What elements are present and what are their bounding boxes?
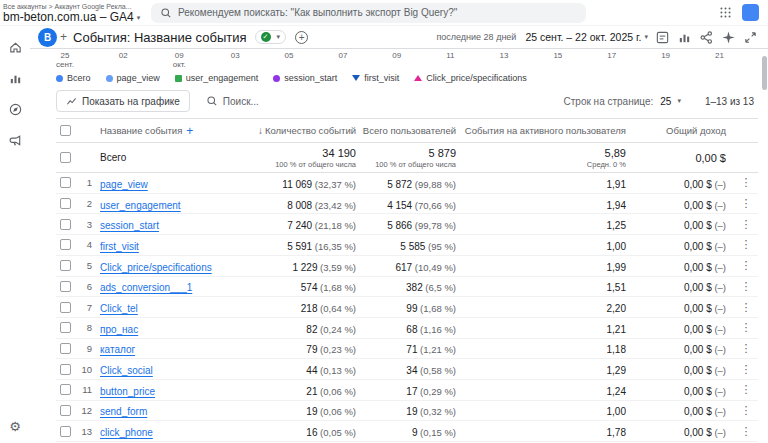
row-menu-button[interactable]: ⋮ xyxy=(734,238,758,251)
legend-item[interactable]: first_visit xyxy=(352,73,399,83)
row-checkbox[interactable] xyxy=(60,364,71,375)
axis-tick-label: 13 xyxy=(500,52,509,68)
row-checkbox[interactable] xyxy=(60,384,71,395)
row-checkbox[interactable] xyxy=(60,239,71,250)
event-name-link[interactable]: first_visit xyxy=(100,241,139,252)
row-checkbox[interactable] xyxy=(60,405,71,416)
property-selector[interactable]: bm-beton.com.ua – GA4 ▾ xyxy=(3,11,133,24)
row-menu-button[interactable]: ⋮ xyxy=(734,218,758,231)
event-name-link[interactable]: каталог xyxy=(100,344,135,355)
legend-label: page_view xyxy=(117,73,160,83)
show-on-chart-button[interactable]: Показать на графике xyxy=(56,90,190,112)
notes-icon[interactable] xyxy=(655,30,670,45)
date-range-selector[interactable]: 25 сент. – 22 окт. 2025 г. ▾ xyxy=(525,31,648,43)
event-name-link[interactable]: ads_conversion___1 xyxy=(100,282,192,293)
table-search[interactable] xyxy=(206,95,318,107)
totals-checkbox[interactable] xyxy=(60,152,71,163)
row-menu-button[interactable]: ⋮ xyxy=(734,363,758,376)
row-menu-button[interactable]: ⋮ xyxy=(734,425,758,438)
add-icon[interactable]: + xyxy=(60,30,67,44)
row-number: 9 xyxy=(78,343,94,354)
admin-gear-icon[interactable]: ⚙ xyxy=(0,419,30,434)
show-on-chart-label: Показать на графике xyxy=(82,96,180,107)
totals-users-value: 5 879 xyxy=(428,147,456,159)
event-name-link[interactable]: Click_social xyxy=(100,365,153,376)
event-name-link[interactable]: про_нас xyxy=(100,324,138,335)
row-checkbox[interactable] xyxy=(60,260,71,271)
data-quality-badge[interactable]: ✓ ▾ xyxy=(255,30,287,44)
rows-per-page-select[interactable]: 25 ▾ xyxy=(660,96,681,107)
add-comparison-button[interactable]: + xyxy=(295,31,308,44)
row-menu-button[interactable]: ⋮ xyxy=(734,176,758,189)
expand-icon[interactable] xyxy=(743,30,758,45)
home-icon[interactable] xyxy=(8,40,23,55)
add-column-icon[interactable]: + xyxy=(186,126,193,136)
column-header-revenue[interactable]: Общий доход xyxy=(634,125,734,136)
report-main: B + События: Название события ✓ ▾ + посл… xyxy=(30,26,768,442)
search-icon xyxy=(160,7,172,19)
row-menu-button[interactable]: ⋮ xyxy=(734,404,758,417)
advertising-icon[interactable] xyxy=(8,133,23,148)
event-name-link[interactable]: click_phone xyxy=(100,427,153,438)
row-checkbox[interactable] xyxy=(60,322,71,333)
share-icon[interactable] xyxy=(699,30,714,45)
event-name-link[interactable]: user_engagement xyxy=(100,200,181,211)
event-name-link[interactable]: session_start xyxy=(100,220,159,231)
row-menu-button[interactable]: ⋮ xyxy=(734,342,758,355)
comparison-avatar[interactable]: B xyxy=(38,28,57,47)
rows-per-page-label: Строк на странице: xyxy=(564,96,654,107)
global-search-input[interactable] xyxy=(178,7,568,18)
chart-insights-icon[interactable] xyxy=(677,30,692,45)
row-checkbox[interactable] xyxy=(60,177,71,188)
event-name-link[interactable]: button_price xyxy=(100,386,155,397)
row-checkbox[interactable] xyxy=(60,426,71,437)
row-checkbox[interactable] xyxy=(60,198,71,209)
row-checkbox[interactable] xyxy=(60,281,71,292)
legend-item[interactable]: Всего xyxy=(56,73,91,83)
row-menu-button[interactable]: ⋮ xyxy=(734,259,758,272)
row-menu-button[interactable]: ⋮ xyxy=(734,321,758,334)
legend-item[interactable]: user_engagement xyxy=(175,73,259,83)
column-header-total-users[interactable]: Всего пользователей xyxy=(364,125,464,136)
event-name-link[interactable]: page_view xyxy=(100,179,148,190)
apps-grid-icon[interactable] xyxy=(719,6,732,19)
scrollbar[interactable] xyxy=(762,56,767,90)
avatar[interactable] xyxy=(742,4,759,21)
table-row: 12send_form19 (0,06 %)19 (0,32 %)1,000,0… xyxy=(56,401,758,422)
property-name: bm-beton.com.ua – GA4 xyxy=(3,11,134,24)
explore-icon[interactable] xyxy=(8,102,23,117)
chevron-down-icon: ▾ xyxy=(137,11,141,24)
row-menu-button[interactable]: ⋮ xyxy=(734,280,758,293)
event-name-link[interactable]: Click_tel xyxy=(100,303,138,314)
row-menu-button[interactable]: ⋮ xyxy=(734,197,758,210)
column-header-event-name[interactable]: Название события + xyxy=(94,125,240,136)
row-checkbox[interactable] xyxy=(60,219,71,230)
row-menu-button[interactable]: ⋮ xyxy=(734,383,758,396)
global-search[interactable] xyxy=(151,3,586,23)
search-icon xyxy=(206,95,218,107)
legend-marker xyxy=(106,75,113,82)
event-name-link[interactable]: Click_price/specifications xyxy=(100,262,212,273)
reports-icon[interactable] xyxy=(8,71,23,86)
row-checkbox[interactable] xyxy=(60,302,71,313)
column-header-events-per-user[interactable]: События на активного пользователя xyxy=(464,125,634,136)
select-all-checkbox[interactable] xyxy=(60,125,71,136)
legend-item[interactable]: session_start xyxy=(273,73,337,83)
row-checkbox[interactable] xyxy=(60,343,71,354)
row-number: 5 xyxy=(78,260,94,271)
insights-sparkle-icon[interactable] xyxy=(721,30,736,45)
legend-item[interactable]: Click_price/specifications xyxy=(414,73,527,83)
legend-marker xyxy=(175,75,182,82)
table-row: 4first_visit5 591 (16,35 %)5 585 (95 %)1… xyxy=(56,235,758,256)
totals-events-subtext: 100 % от общего числа xyxy=(275,160,356,169)
row-menu-button[interactable]: ⋮ xyxy=(734,301,758,314)
axis-tick-label: 19 xyxy=(661,52,670,68)
account-switcher[interactable]: Все аккаунты > Аккаунт Google Рекла... b… xyxy=(3,2,133,24)
table-row: 9каталог79 (0,23 %)71 (1,21 %)1,180,00 $… xyxy=(56,339,758,360)
legend-item[interactable]: page_view xyxy=(106,73,160,83)
column-header-event-count[interactable]: ↓ Количество событий xyxy=(240,125,364,136)
rows-per-page-value: 25 xyxy=(660,96,671,107)
axis-tick-label: 25сент. xyxy=(56,52,74,68)
table-search-input[interactable] xyxy=(223,96,318,107)
event-name-link[interactable]: send_form xyxy=(100,406,147,417)
